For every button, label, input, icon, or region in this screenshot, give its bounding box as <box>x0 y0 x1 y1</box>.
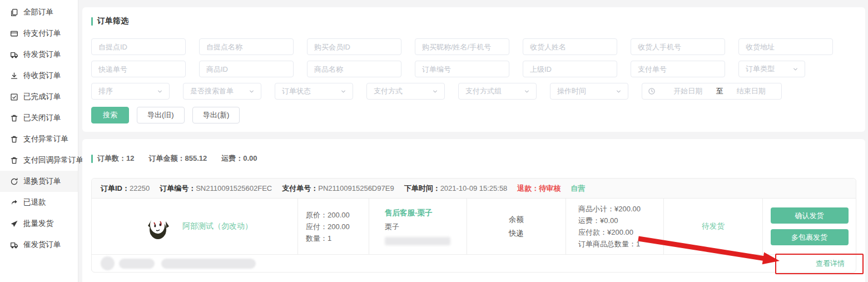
sidebar-item-refunded[interactable]: 已退款 <box>0 192 78 213</box>
sidebar-item-label: 待收货订单 <box>23 71 61 81</box>
share-icon <box>10 199 18 207</box>
sidebar-item-pending-shipment[interactable]: 待发货订单 <box>0 44 78 65</box>
order-freight: 运费：0.00 <box>221 154 257 164</box>
product-image <box>143 212 171 240</box>
payment-sn: 支付单号：PN21100915256D97E9 <box>282 184 394 194</box>
truck-icon <box>10 51 18 59</box>
order-list-panel: 订单数：12 订单金额：855.12 运费：0.00 订单ID：22250 订单… <box>82 139 865 282</box>
consignee-phone-input[interactable] <box>631 38 725 55</box>
end-date-field[interactable]: 结束日期 <box>727 86 776 96</box>
payable-amount: 应付款：¥200.00 <box>578 226 663 238</box>
pickup-id-input[interactable] <box>91 38 186 55</box>
truck-icon <box>10 241 18 249</box>
service-cell: 售后客服-栗子 栗子 <box>369 199 467 254</box>
consignee-name-input[interactable] <box>523 38 617 55</box>
product-id-input[interactable] <box>199 61 294 77</box>
product-cell: 阿部测试（勿改动） <box>92 199 297 254</box>
sidebar-item-label: 批量发货 <box>23 219 53 229</box>
sidebar-item-label: 已关闭订单 <box>23 113 61 123</box>
chevron-down-icon <box>792 66 799 73</box>
redacted-address <box>161 259 256 269</box>
sidebar-item-label: 支付回调异常订单 <box>23 155 83 165</box>
start-date-field[interactable]: 开始日期 <box>663 86 713 96</box>
total-quantity: 订单商品总数量：1 <box>578 238 663 250</box>
status-cell: 待发货 <box>663 199 762 254</box>
actions-cell: 确认发货 多包裹发货 <box>762 199 856 254</box>
date-range-separator: 至 <box>713 86 727 96</box>
card-icon <box>10 29 18 38</box>
operation-time-select[interactable]: 操作时间 <box>550 83 628 100</box>
sidebar-item-closed[interactable]: 已关闭订单 <box>0 107 78 128</box>
sidebar-item-pending-payment[interactable]: 待支付订单 <box>0 23 78 44</box>
price-cell: 原价：200.00 应付：200.00 数量：1 <box>297 199 369 254</box>
sort-select[interactable]: 排序 <box>91 83 170 100</box>
export-old-button[interactable]: 导出(旧) <box>137 107 185 123</box>
copy-icon <box>10 8 18 17</box>
order-type-select[interactable]: 订单类型 <box>738 61 805 77</box>
amounts-cell: 商品小计：¥200.00 运费：¥0.00 应付款：¥200.00 订单商品总数… <box>566 199 663 254</box>
sidebar-item-pending-receipt[interactable]: 待收货订单 <box>0 65 78 86</box>
sidebar-item-callback-abnormal[interactable]: 支付回调异常订单 <box>0 150 78 171</box>
first-order-select[interactable]: 是否搜索首单 <box>183 83 261 100</box>
shipping-address-input[interactable] <box>738 38 833 55</box>
payable-price: 应付：200.00 <box>306 221 369 232</box>
order-sidebar: 全部订单 待支付订单 待发货订单 待收货订单 已完成订单 已关闭订单 支付异常订… <box>0 0 78 282</box>
export-new-button[interactable]: 导出(新) <box>192 107 240 123</box>
order-sn: 订单编号：SN2110091525602FEC <box>160 184 272 194</box>
order-status-text: 待发货 <box>702 221 725 231</box>
chevron-down-icon <box>431 88 439 95</box>
order-time: 下单时间：2021-10-09 15:25:58 <box>404 184 508 194</box>
receive-icon <box>10 72 18 80</box>
sidebar-item-label: 退换货订单 <box>23 176 61 186</box>
filter-section-title: 订单筛选 <box>91 16 856 26</box>
sidebar-item-batch-shipment[interactable]: 批量发货 <box>0 213 78 234</box>
after-sale-service: 售后客服-栗子 <box>385 208 467 218</box>
parent-id-input[interactable] <box>523 61 617 77</box>
multi-package-shipment-button[interactable]: 多包裹发货 <box>771 229 849 245</box>
redacted-phone <box>385 237 450 245</box>
sidebar-item-label: 全部订单 <box>23 7 53 17</box>
order-filter-panel: 订单筛选 订单类型 排序 是否搜索首单 订单状态 <box>82 7 865 132</box>
sidebar-item-return-exchange[interactable]: 退换货订单 <box>0 171 78 192</box>
sidebar-item-label: 催发货订单 <box>23 240 61 250</box>
order-amount: 订单金额：855.12 <box>148 154 207 164</box>
payment-method-select[interactable]: 支付方式 <box>366 83 445 100</box>
product-name-input[interactable] <box>307 61 401 77</box>
sidebar-item-all-orders[interactable]: 全部订单 <box>0 2 78 23</box>
product-name[interactable]: 阿部测试（勿改动） <box>182 221 252 231</box>
trash-icon <box>10 135 18 144</box>
buyer-member-id-input[interactable] <box>307 38 401 55</box>
sidebar-item-urge-shipment[interactable]: 催发货订单 <box>0 234 78 255</box>
order-count: 订单数：12 <box>97 154 134 164</box>
redacted-avatar <box>101 256 115 270</box>
clock-icon <box>648 87 656 95</box>
delivery-method: 快递 <box>509 226 524 240</box>
order-sn-input[interactable] <box>415 61 509 77</box>
tracking-number-input[interactable] <box>91 61 186 77</box>
freight-amount: 运费：¥0.00 <box>578 215 663 226</box>
sidebar-item-label: 待发货订单 <box>23 50 61 60</box>
payment-cell: 余额 快递 <box>467 199 566 254</box>
refund-status-badge: 退款：待审核 <box>517 184 561 194</box>
service-agent-name: 栗子 <box>385 222 467 232</box>
order-id: 订单ID：22250 <box>101 184 150 194</box>
chevron-down-icon <box>615 88 622 95</box>
payment-sn-input[interactable] <box>631 61 725 77</box>
order-status-select[interactable]: 订单状态 <box>275 83 353 100</box>
date-range-picker[interactable]: 开始日期 至 结束日期 <box>642 83 782 100</box>
order-card: 订单ID：22250 订单编号：SN2110091525602FEC 支付单号：… <box>91 178 856 273</box>
buyer-nickname-input[interactable] <box>415 38 509 55</box>
order-card-body: 阿部测试（勿改动） 原价：200.00 应付：200.00 数量：1 售后客服-… <box>92 199 856 254</box>
original-price: 原价：200.00 <box>306 209 369 221</box>
sidebar-item-completed[interactable]: 已完成订单 <box>0 86 78 107</box>
confirm-shipment-button[interactable]: 确认发货 <box>771 207 849 224</box>
view-details-link[interactable]: 查看详情 <box>816 259 847 269</box>
search-button[interactable]: 搜索 <box>91 107 129 123</box>
paper-plane-icon <box>10 220 18 228</box>
quantity: 数量：1 <box>306 232 369 244</box>
check-square-icon <box>10 93 18 101</box>
sidebar-item-payment-abnormal[interactable]: 支付异常订单 <box>0 128 78 150</box>
payment-group-select[interactable]: 支付方式组 <box>458 83 537 100</box>
pickup-name-input[interactable] <box>199 38 294 55</box>
payment-method: 余额 <box>509 212 524 226</box>
